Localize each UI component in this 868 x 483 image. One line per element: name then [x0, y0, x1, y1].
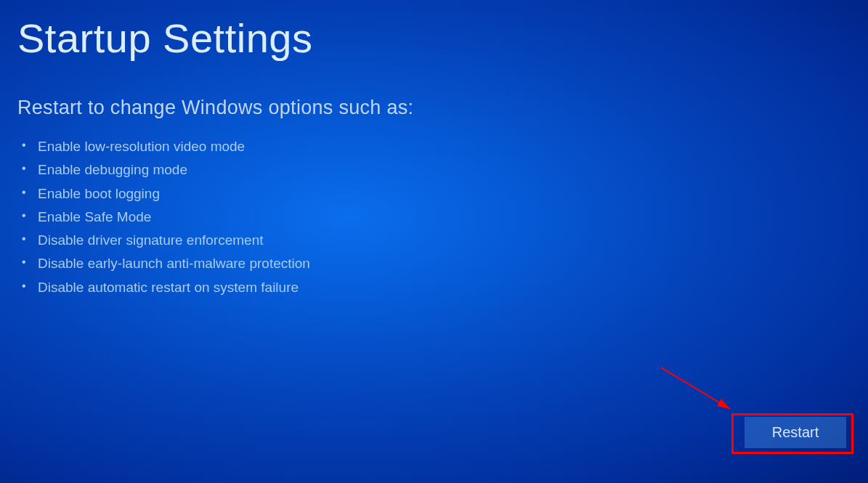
list-item: Disable driver signature enforcement: [22, 229, 868, 252]
restart-button[interactable]: Restart: [745, 417, 846, 448]
subtitle: Restart to change Windows options such a…: [0, 62, 868, 119]
list-item: Disable early-launch anti-malware protec…: [22, 252, 868, 275]
svg-line-0: [661, 368, 730, 409]
list-item: Enable boot logging: [22, 182, 868, 206]
list-item: Enable Safe Mode: [22, 206, 868, 229]
list-item: Enable low-resolution video mode: [22, 135, 868, 158]
list-item: Disable automatic restart on system fail…: [22, 276, 868, 299]
svg-marker-1: [717, 399, 730, 409]
list-item: Enable debugging mode: [22, 158, 868, 182]
page-title: Startup Settings: [0, 0, 868, 62]
annotation-arrow: [657, 364, 745, 425]
options-list: Enable low-resolution video mode Enable …: [0, 119, 868, 299]
